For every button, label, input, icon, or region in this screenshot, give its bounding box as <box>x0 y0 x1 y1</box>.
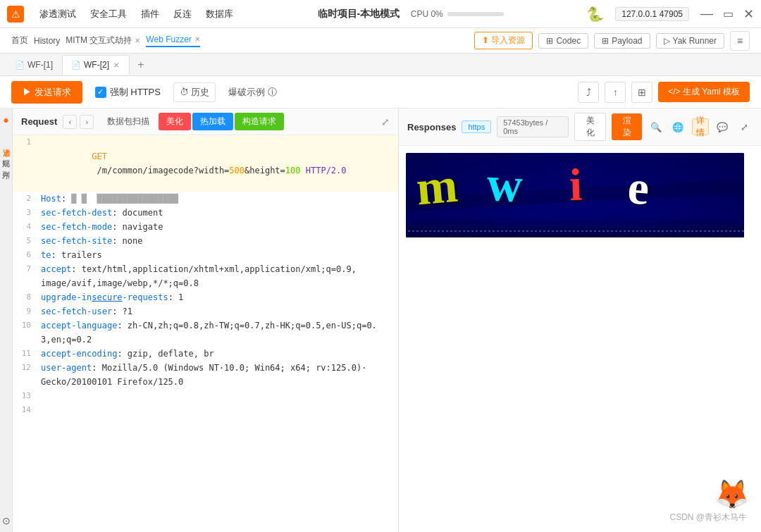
code-line-13: 13 <box>13 389 398 403</box>
request-editor[interactable]: 1 GET /m/common/imagecode?width=500&heig… <box>13 135 398 532</box>
tab-beautify[interactable]: 美化 <box>159 113 191 130</box>
tab-packet-scan[interactable]: 数据包扫描 <box>99 113 157 130</box>
ip-port-display: 127.0.0.1 47905 <box>615 7 689 21</box>
sidebar-icon-top[interactable]: ● <box>3 114 8 125</box>
title-bar-left: ⚠ 渗透测试 安全工具 插件 反连 数据库 <box>7 5 235 23</box>
nav-reverse[interactable]: 反连 <box>172 5 193 23</box>
search-icon[interactable]: 🔍 <box>648 118 664 135</box>
app-icon: ⚠ <box>7 6 24 23</box>
yakrunner-button[interactable]: ▷ Yak Runner <box>656 33 724 49</box>
breadcrumb-webfuzzer[interactable]: Web Fuzzer ✕ <box>146 35 199 47</box>
menu-bar: 首页 History MITM 交互式劫持 ✕ Web Fuzzer ✕ ⬆ 导… <box>0 28 761 54</box>
captcha-letter-e: e <box>626 159 651 216</box>
sidebar-tab-bottom[interactable]: ⊙ <box>2 515 11 526</box>
response-size: 57453bytes / 0ms <box>497 116 569 137</box>
breadcrumb-home[interactable]: 首页 <box>11 35 28 47</box>
sidebar-tab-1[interactable]: 渗透 <box>0 137 13 148</box>
nav-next-icon[interactable]: › <box>80 115 94 129</box>
send-request-button[interactable]: ▶ 发送请求 <box>11 81 82 104</box>
tab-hot-load[interactable]: 热加载 <box>192 113 233 130</box>
export-icon[interactable]: ↑ <box>605 82 626 103</box>
panel-expand-icon[interactable]: ⤢ <box>381 116 390 128</box>
code-line-2: 2 Host: █ █ ████████████████ <box>13 192 398 206</box>
code-line-5: 5 sec-fetch-site: none <box>13 234 398 248</box>
close-icon[interactable]: ✕ <box>743 6 754 22</box>
mascot-icon: 🦊 <box>714 478 750 511</box>
history-button[interactable]: ⏱ 历史 <box>173 82 216 102</box>
examples-button[interactable]: 爆破示例 ⓘ <box>223 83 283 101</box>
force-https-toggle[interactable]: ✓ 强制 HTTPS <box>89 83 166 101</box>
https-checkbox[interactable]: ✓ <box>95 87 106 98</box>
vertical-sidebar: ● 渗透 规则 序列 ⊙ <box>0 109 13 532</box>
yakrunner-icon: ▷ <box>664 36 670 46</box>
sidebar-tab-3[interactable]: 序列 <box>0 159 13 171</box>
request-toolbar: ▶ 发送请求 ✓ 强制 HTTPS ⏱ 历史 爆破示例 ⓘ ⤴ ↑ ⊞ </> … <box>0 76 761 109</box>
mitm-close-icon[interactable]: ✕ <box>135 37 140 44</box>
beautify-button[interactable]: 美化 <box>574 113 606 141</box>
request-panel-tabs: 数据包扫描 美化 热加载 构造请求 <box>99 113 284 130</box>
watermark: CSDN @青衫木马牛 <box>669 512 747 524</box>
code-line-9: 9 sec-fetch-user: ?1 <box>13 304 398 318</box>
captcha-image: m w i e <box>406 153 744 237</box>
webfuzzer-close-icon[interactable]: ✕ <box>194 35 200 43</box>
menu-more-icon[interactable]: ≡ <box>730 31 750 51</box>
title-bar-right: 🐍 127.0.0.1 47905 — ▭ ✕ <box>586 6 754 23</box>
breadcrumb-mitm[interactable]: MITM 交互式劫持 ✕ <box>66 35 140 47</box>
captcha-letter-m: m <box>414 157 460 217</box>
http-path: /m/common/imagecode?width= <box>97 166 229 175</box>
toolbar-right: ⤴ ↑ ⊞ </> 生成 Yaml 模板 <box>578 82 750 103</box>
nav-prev-icon[interactable]: ‹ <box>63 115 77 129</box>
title-bar: ⚠ 渗透测试 安全工具 插件 反连 数据库 临时项目-本地模式 CPU 0% 🐍… <box>0 0 761 28</box>
nav-pentest[interactable]: 渗透测试 <box>38 5 78 23</box>
tab-construct[interactable]: 构造请求 <box>235 113 284 130</box>
wf2-close-icon[interactable]: ✕ <box>112 61 120 70</box>
response-panel: Responses https 57453bytes / 0ms 美化 渲染 🔍… <box>399 109 761 532</box>
cpu-bar <box>447 12 504 16</box>
breadcrumb-history[interactable]: History <box>34 36 60 46</box>
response-panel-header: Responses https 57453bytes / 0ms 美化 渲染 🔍… <box>399 109 761 146</box>
menu-right: ⬆ 导入资源 ⊞ Codec ⊞ Payload ▷ Yak Runner ≡ <box>474 31 750 51</box>
minimize-icon[interactable]: — <box>700 6 713 21</box>
wf-tab-1[interactable]: 📄 WF-[1] <box>6 55 62 75</box>
codec-button[interactable]: ⊞ Codec <box>538 33 588 49</box>
maximize-icon[interactable]: ▭ <box>723 7 734 20</box>
nav-database[interactable]: 数据库 <box>204 5 235 23</box>
wf-tab-bar: 📄 WF-[1] 📄 WF-[2] ✕ + <box>0 54 761 76</box>
wf-tab-2[interactable]: 📄 WF-[2] ✕ <box>62 55 130 75</box>
https-badge: https <box>462 120 491 133</box>
top-nav: 渗透测试 安全工具 插件 反连 数据库 <box>38 5 235 23</box>
code-line-7: 7 accept: text/html,application/xhtml+xm… <box>13 262 398 290</box>
generate-yaml-button[interactable]: </> 生成 Yaml 模板 <box>658 82 750 102</box>
chrome-icon[interactable]: 🌐 <box>670 118 686 135</box>
nav-arrows: ‹ › <box>63 115 94 129</box>
payload-button[interactable]: ⊞ Payload <box>594 33 650 49</box>
detail-button[interactable]: 详情 <box>692 118 709 135</box>
sidebar-tab-2[interactable]: 规则 <box>0 148 13 159</box>
code-line-1: 1 GET /m/common/imagecode?width=500&heig… <box>13 135 398 192</box>
captcha-letter-i: i <box>569 159 583 212</box>
window-title: 临时项目-本地模式 CPU 0% <box>235 8 586 20</box>
code-line-11: 11 accept-encoding: gzip, deflate, br <box>13 347 398 361</box>
settings-icon[interactable]: ⊞ <box>631 82 652 103</box>
wf1-file-icon: 📄 <box>15 61 25 70</box>
request-panel-header: Request ‹ › 数据包扫描 美化 热加载 构造请求 ⤢ <box>13 109 398 135</box>
share-icon[interactable]: ⤴ <box>578 82 599 103</box>
code-line-8: 8 upgrade-insecure-requests: 1 <box>13 290 398 304</box>
response-title: Responses <box>407 122 456 132</box>
https-label: 强制 HTTPS <box>110 86 161 99</box>
expand-icon[interactable]: ⤢ <box>736 118 753 135</box>
code-line-10: 10 accept-language: zh-CN,zh;q=0.8,zh-TW… <box>13 318 398 347</box>
code-line-12: 12 user-agent: Mozilla/5.0 (Windows NT·1… <box>13 361 398 389</box>
render-button[interactable]: 渲染 <box>612 113 642 140</box>
payload-icon: ⊞ <box>602 36 609 46</box>
main-content: ● 渗透 规则 序列 ⊙ Request ‹ › 数据包扫描 美化 热加载 构造… <box>0 109 761 532</box>
nav-plugins[interactable]: 插件 <box>140 5 161 23</box>
nav-tools[interactable]: 安全工具 <box>89 5 128 23</box>
captcha-letter-w: w <box>485 156 524 214</box>
import-resource-button[interactable]: ⬆ 导入资源 <box>474 32 533 49</box>
codec-icon: ⊞ <box>546 36 553 46</box>
comment-icon[interactable]: 💬 <box>714 118 731 135</box>
new-tab-button[interactable]: + <box>132 56 149 73</box>
code-line-6: 6 te: trailers <box>13 248 398 262</box>
request-panel: Request ‹ › 数据包扫描 美化 热加载 构造请求 ⤢ 1 GET /m… <box>13 109 399 532</box>
